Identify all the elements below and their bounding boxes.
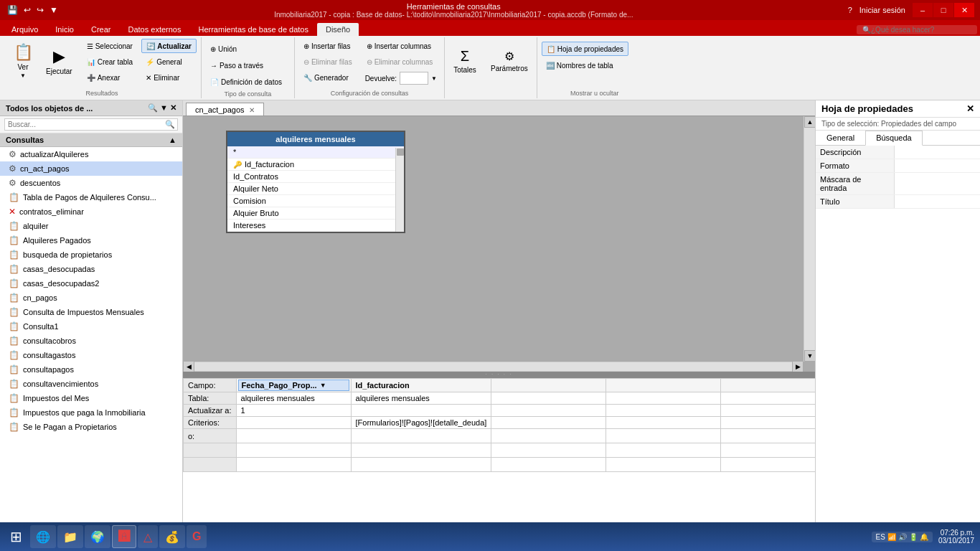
criterios-col5[interactable] (721, 417, 815, 429)
sidebar-item-alquileres-pagados[interactable]: 📋 Alquileres Pagados (0, 233, 182, 248)
campo-col3[interactable] (491, 379, 606, 392)
campo-col4[interactable] (606, 379, 721, 392)
taskbar-calc[interactable]: 💰 (159, 525, 185, 548)
sidebar-item-cn-act-pagos[interactable]: ⚙ cn_act_pagos (0, 161, 182, 176)
criterios-col4[interactable] (606, 417, 721, 429)
mascara-value[interactable] (895, 173, 980, 194)
sidebar-close-icon[interactable]: ✕ (170, 103, 176, 113)
actualizar-button[interactable]: 🔄 Actualizar (141, 39, 197, 53)
help-search-input[interactable] (871, 26, 971, 34)
properties-close-icon[interactable]: ✕ (966, 103, 974, 114)
sidebar-search-icon[interactable]: 🔍 (148, 103, 158, 113)
taskbar-autocad[interactable]: △ (138, 525, 158, 548)
tab-crear[interactable]: Crear (83, 23, 120, 36)
criterios-col3[interactable] (491, 417, 606, 429)
prop-tab-general[interactable]: General (816, 131, 865, 145)
vscroll-down-btn[interactable]: ▼ (804, 350, 815, 362)
grid-scroll-area[interactable]: Campo: Fecha_Pago_Prop... ▼ Id_facturaci… (183, 378, 815, 524)
vscroll-up-btn[interactable]: ▲ (804, 116, 815, 128)
sidebar-item-tabla-pagos[interactable]: 📋 Tabla de Pagos de Alquileres Consu... (0, 190, 182, 204)
help-button[interactable]: ? (848, 6, 852, 14)
union-button[interactable]: ⊕ Unión (206, 42, 286, 56)
nombres-tabla-button[interactable]: 🔤 Nombres de tabla (542, 58, 628, 72)
definicion-button[interactable]: 📄 Definición de datos (206, 75, 286, 89)
tab-inicio[interactable]: Inicio (47, 23, 83, 36)
titulo-value[interactable] (895, 195, 980, 208)
tab-diseño[interactable]: Diseño (317, 23, 359, 36)
hscroll-track[interactable] (196, 363, 791, 370)
criterios-col2[interactable]: [Formularios]![Pagos]![detalle_deuda] (351, 417, 491, 429)
sidebar-item-propietarios[interactable]: 📋 Se le Pagan a Propietarios (0, 420, 182, 434)
o-col1[interactable] (236, 429, 351, 443)
eliminar-button[interactable]: ✕ Eliminar (141, 70, 197, 85)
tabla-col1[interactable]: alquileres mensuales (236, 392, 351, 405)
maximize-button[interactable]: □ (933, 3, 953, 17)
o-col2[interactable] (351, 429, 491, 443)
sidebar-item-actualizarAlquileres[interactable]: ⚙ actualizarAlquileres (0, 147, 182, 161)
field-all[interactable]: * (227, 146, 404, 159)
sidebar-item-alquiler[interactable]: 📋 alquiler (0, 219, 182, 233)
prop-tab-busqueda[interactable]: Búsqueda (865, 131, 923, 146)
parametros-button[interactable]: ⚙ Parámetros (486, 39, 532, 83)
sidebar-item-busqueda-propietarios[interactable]: 📋 busqueda de propietarios (0, 248, 182, 262)
undo-icon[interactable]: ↩ (22, 5, 32, 15)
criterios-col1[interactable] (236, 417, 351, 429)
eliminar-filas-button[interactable]: ⊖ Eliminar filas (299, 55, 357, 69)
actualizar-col2[interactable] (351, 405, 491, 417)
sidebar-options-icon[interactable]: ▼ (160, 103, 168, 113)
taskbar-pdf[interactable]: G (187, 525, 207, 548)
formato-value[interactable] (895, 159, 980, 172)
sidebar-item-impuestos-mes[interactable]: 📋 Impuestos del Mes (0, 391, 182, 405)
field-id-facturacion[interactable]: 🔑 Id_facturacion (227, 159, 404, 171)
tabla-col4[interactable] (606, 392, 721, 405)
designer-vscroll[interactable]: ▲ ▼ (804, 116, 815, 362)
sidebar-item-casas-desocupadas[interactable]: 📋 casas_desocupadas (0, 262, 182, 276)
crear-tabla-button[interactable]: 📊 Crear tabla (83, 55, 137, 69)
field-id-contratos[interactable]: Id_Contratos (227, 171, 404, 183)
anexar-button[interactable]: ➕ Anexar (83, 70, 137, 85)
insertar-filas-button[interactable]: ⊕ Insertar filas (299, 39, 357, 53)
insertar-columnas-button[interactable]: ⊕ Insertar columnas (362, 39, 440, 53)
o-col4[interactable] (606, 429, 721, 443)
sidebar-item-contratos-eliminar[interactable]: ✕ contratos_eliminar (0, 204, 182, 219)
actualizar-col1[interactable]: 1 (236, 405, 351, 417)
devolver-dropdown[interactable]: ▼ (431, 75, 437, 82)
o-col3[interactable] (491, 429, 606, 443)
o-col5[interactable] (721, 429, 815, 443)
campo-dropdown-1[interactable]: ▼ (320, 382, 326, 389)
section-collapse-icon[interactable]: ▲ (169, 136, 176, 144)
tab-herramientas[interactable]: Herramientas de base de datos (189, 23, 316, 36)
general-button[interactable]: ⚡ General (141, 55, 197, 69)
sidebar-item-impuestos-inmobiliaria[interactable]: 📋 Impuestos que paga la Inmobiliaria (0, 405, 182, 420)
tab-datos-externos[interactable]: Datos externos (120, 23, 190, 36)
sidebar-item-consulta-impuestos[interactable]: 📋 Consulta de Impuestos Mensuales (0, 305, 182, 319)
sidebar-item-casas-desocupadas2[interactable]: 📋 casas_desocupadas2 (0, 276, 182, 291)
quick-access-dropdown[interactable]: ▼ (48, 5, 60, 15)
paso-button[interactable]: → Paso a través (206, 58, 286, 72)
sidebar-item-consultapagos[interactable]: 📋 consultapagos (0, 362, 182, 377)
hscroll-left-btn[interactable]: ◀ (183, 361, 194, 372)
field-alquier-bruto[interactable]: Alquier Bruto (227, 207, 404, 220)
field-intereses[interactable]: Intereses (227, 220, 404, 232)
start-button[interactable]: ⊞ (3, 524, 29, 550)
sidebar-search-input[interactable] (4, 118, 178, 131)
taskbar-ie[interactable]: 🌐 (30, 525, 56, 548)
notification-icon[interactable]: 🔔 (920, 533, 928, 541)
sidebar-item-consultagastos[interactable]: 📋 consultagastos (0, 348, 182, 362)
actualizar-col4[interactable] (606, 405, 721, 417)
campo-col1[interactable]: Fecha_Pago_Prop... ▼ (236, 379, 351, 392)
tab-archivo[interactable]: Arquivo (3, 23, 47, 36)
sidebar-item-consulta1[interactable]: 📋 Consulta1 (0, 319, 182, 334)
sidebar-item-cn-pagos[interactable]: 📋 cn_pagos (0, 291, 182, 305)
sidebar-item-descuentos[interactable]: ⚙ descuentos (0, 176, 182, 190)
devolver-input[interactable] (400, 72, 428, 85)
ver-button[interactable]: 📋 Ver ▼ (7, 39, 39, 83)
actualizar-col5[interactable] (721, 405, 815, 417)
taskbar-chrome[interactable]: 🌍 (85, 525, 110, 548)
hscroll-right-btn[interactable]: ▶ (792, 361, 804, 372)
tabla-col3[interactable] (491, 392, 606, 405)
taskbar-explorer[interactable]: 📁 (57, 525, 83, 548)
totales-button[interactable]: Σ Totales (449, 39, 481, 83)
sidebar-search-submit[interactable]: 🔍 (165, 120, 175, 129)
tabla-col5[interactable] (721, 392, 815, 405)
